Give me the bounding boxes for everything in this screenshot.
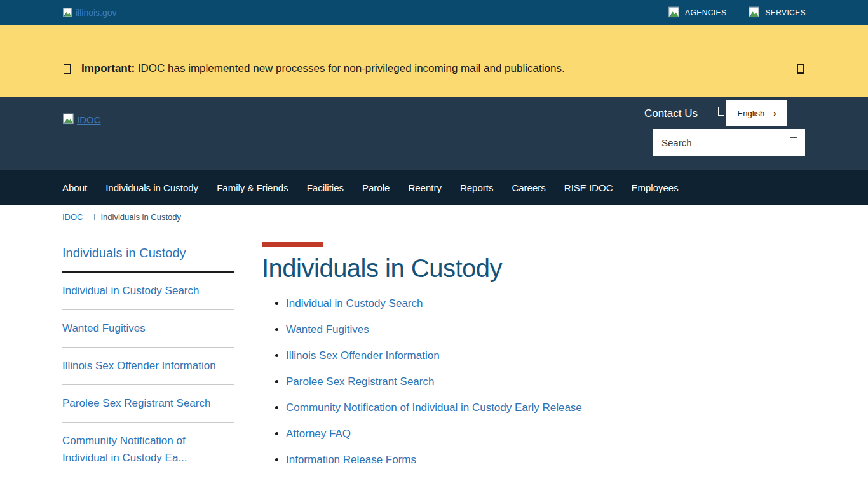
- list-item: Wanted Fugitives: [286, 323, 806, 336]
- content-area: Individuals in Custody Individual in Cus…: [0, 222, 868, 480]
- contact-us-link[interactable]: Contact Us: [644, 107, 698, 120]
- broken-image-icon: [668, 6, 681, 19]
- primary-nav: About Individuals in Custody Family & Fr…: [0, 170, 868, 205]
- sidebar-item: Wanted Fugitives: [62, 310, 234, 348]
- broken-image-icon: [62, 113, 75, 126]
- list-item: Information Release Forms: [286, 454, 806, 466]
- breadcrumb-separator-icon: [90, 214, 95, 220]
- search-input[interactable]: [661, 137, 790, 148]
- breadcrumb-current: Individuals in Custody: [101, 212, 181, 222]
- main-column: Individuals in Custody Individual in Cus…: [262, 242, 806, 480]
- accent-bar: [262, 242, 323, 247]
- search-box: [653, 129, 805, 156]
- sidebar-item: Individual in Custody Search: [62, 273, 234, 310]
- nav-item-parole[interactable]: Parole: [362, 182, 390, 193]
- nav-item-careers[interactable]: Careers: [512, 182, 545, 193]
- nav-item-reports[interactable]: Reports: [460, 182, 494, 193]
- link-wanted-fugitives[interactable]: Wanted Fugitives: [286, 323, 369, 336]
- chevron-right-icon: ›: [773, 109, 776, 118]
- broken-image-icon: [748, 6, 761, 19]
- sidebar-item-community-notification[interactable]: Community Notification of Individual in …: [62, 423, 234, 477]
- link-individual-search[interactable]: Individual in Custody Search: [286, 297, 423, 309]
- nav-item-about[interactable]: About: [62, 182, 87, 193]
- idoc-logo-label: IDOC: [77, 114, 101, 125]
- illinois-gov-label: illinois.gov: [76, 8, 117, 18]
- globe-icon: [718, 107, 724, 116]
- alert-important-label: Important:: [81, 62, 135, 74]
- topbar-links: AGENCIES SERVICES: [668, 6, 806, 19]
- sidebar: Individuals in Custody Individual in Cus…: [62, 242, 234, 480]
- alert-line1-text: IDOC has implemented new processes for n…: [135, 62, 565, 74]
- nav-item-family-friends[interactable]: Family & Friends: [217, 182, 288, 193]
- link-attorney-faq[interactable]: Attorney FAQ: [286, 428, 351, 440]
- sidebar-item-wanted-fugitives[interactable]: Wanted Fugitives: [62, 310, 234, 347]
- nav-item-rise-idoc[interactable]: RISE IDOC: [564, 182, 613, 193]
- page-title: Individuals in Custody: [262, 252, 806, 285]
- alert-close-button[interactable]: [797, 64, 804, 76]
- sidebar-title-link[interactable]: Individuals in Custody: [62, 242, 234, 273]
- alert-banner: Important: IDOC has implemented new proc…: [0, 25, 868, 97]
- link-community-notification[interactable]: Community Notification of Individual in …: [286, 402, 582, 414]
- link-sex-offender-info[interactable]: Illinois Sex Offender Information: [286, 349, 440, 362]
- list-item: Community Notification of Individual in …: [286, 402, 806, 414]
- list-item: Illinois Sex Offender Information: [286, 349, 806, 362]
- list-item: Attorney FAQ: [286, 428, 806, 440]
- idoc-logo-link[interactable]: IDOC: [62, 113, 101, 126]
- services-label: SERVICES: [765, 8, 806, 17]
- search-button[interactable]: [790, 137, 797, 147]
- search-icon: [790, 137, 797, 147]
- agencies-link[interactable]: AGENCIES: [668, 6, 726, 19]
- gov-topbar: illinois.gov AGENCIES SERVICES: [0, 0, 868, 25]
- services-link[interactable]: SERVICES: [748, 6, 806, 19]
- sidebar-item-parolee-registrant-search[interactable]: Parolee Sex Registrant Search: [62, 385, 234, 422]
- agencies-label: AGENCIES: [685, 8, 726, 17]
- link-information-release-forms[interactable]: Information Release Forms: [286, 454, 416, 466]
- broken-image-icon: [62, 8, 73, 18]
- main-link-list: Individual in Custody Search Wanted Fugi…: [286, 297, 806, 466]
- breadcrumb-home-link[interactable]: IDOC: [62, 212, 83, 222]
- close-icon: [797, 64, 804, 74]
- sidebar-item: Parolee Sex Registrant Search: [62, 385, 234, 423]
- list-item: Parolee Sex Registrant Search: [286, 376, 806, 388]
- sidebar-list: Individual in Custody Search Wanted Fugi…: [62, 273, 234, 477]
- nav-item-employees[interactable]: Employees: [631, 182, 678, 193]
- illinois-gov-link[interactable]: illinois.gov: [62, 8, 117, 18]
- breadcrumb: IDOC Individuals in Custody: [0, 205, 868, 222]
- language-selector[interactable]: English ›: [726, 100, 787, 126]
- site-header: IDOC Contact Us English ›: [0, 97, 868, 170]
- nav-item-reentry[interactable]: Reentry: [408, 182, 442, 193]
- nav-item-facilities[interactable]: Facilities: [307, 182, 344, 193]
- alert-line1: Important: IDOC has implemented new proc…: [81, 62, 565, 75]
- sidebar-item-individual-search[interactable]: Individual in Custody Search: [62, 273, 234, 309]
- nav-item-individuals-in-custody[interactable]: Individuals in Custody: [105, 182, 198, 193]
- sidebar-item: Community Notification of Individual in …: [62, 423, 234, 477]
- list-item: Individual in Custody Search: [286, 297, 806, 310]
- sidebar-item: Illinois Sex Offender Information: [62, 348, 234, 385]
- alert-icon: [64, 64, 71, 74]
- sidebar-item-sex-offender-info[interactable]: Illinois Sex Offender Information: [62, 348, 234, 384]
- link-parolee-registrant-search[interactable]: Parolee Sex Registrant Search: [286, 376, 434, 388]
- language-label: English: [738, 109, 765, 118]
